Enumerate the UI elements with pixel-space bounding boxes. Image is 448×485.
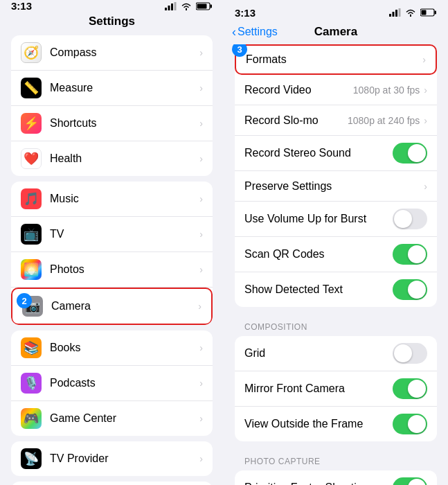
left-item-music[interactable]: 🎵Music› (11, 182, 213, 217)
podcasts-icon: 🎙️ (21, 373, 42, 394)
left-groups: 🧭Compass›📏Measure›⚡Shortcuts›❤️Health›🎵M… (0, 35, 224, 485)
right-label-volume-burst: Use Volume Up for Burst (244, 213, 393, 225)
left-item-photos[interactable]: 🌅Photos› (11, 252, 213, 288)
tv-label: TV (50, 228, 199, 240)
left-item-tv[interactable]: 📺TV› (11, 217, 213, 252)
battery-icon-r (420, 8, 437, 17)
toggle-scan-qr[interactable] (393, 244, 427, 265)
right-time: 3:13 (235, 7, 256, 19)
value-record-video: 1080p at 30 fps (353, 85, 420, 96)
back-chevron-icon: ‹ (232, 25, 236, 39)
left-item-camera[interactable]: 2📷Camera› (11, 288, 213, 325)
shortcuts-chevron-icon: › (199, 118, 203, 129)
right-label-formats: Formats (246, 53, 422, 66)
right-item-grid[interactable]: Grid (235, 336, 437, 371)
right-item-volume-burst[interactable]: Use Volume Up for Burst (235, 202, 437, 237)
right-label-grid: Grid (244, 347, 393, 360)
toggle-show-text[interactable] (393, 279, 427, 300)
tv-chevron-icon: › (199, 229, 203, 240)
left-item-gamecenter[interactable]: 🎮Game Center› (11, 401, 213, 436)
section-header-1: COMPOSITION (235, 312, 437, 336)
left-item-health[interactable]: ❤️Health› (11, 141, 213, 176)
badge-3: 3 (232, 44, 247, 57)
measure-icon: 📏 (21, 78, 42, 98)
right-label-prioritize: Prioritize Faster Shooting (244, 482, 393, 485)
right-label-view-outside: View Outside the Frame (244, 418, 393, 430)
right-item-scan-qr[interactable]: Scan QR Codes (235, 237, 437, 272)
podcasts-label: Podcasts (50, 377, 199, 389)
section-header-2: PHOTO CAPTURE (235, 447, 437, 470)
left-time: 3:13 (11, 0, 32, 12)
svg-rect-7 (389, 14, 391, 17)
toggle-prioritize[interactable] (393, 477, 427, 485)
badge-camera: 2 (17, 293, 32, 308)
compass-label: Compass (50, 46, 199, 59)
toggle-mirror-front[interactable] (393, 378, 427, 399)
right-item-prioritize[interactable]: Prioritize Faster Shooting (235, 470, 437, 485)
left-item-books[interactable]: 📚Books› (11, 330, 213, 366)
right-item-preserve[interactable]: Preserve Settings› (235, 171, 437, 202)
toggle-volume-burst[interactable] (393, 209, 427, 229)
left-item-appstore[interactable]: 🛍️Apple Store› (11, 482, 213, 485)
left-panel: 3:13 Settings 🧭Compass›📏Measure›⚡Shortcu… (0, 0, 224, 485)
gamecenter-label: Game Center (50, 412, 199, 425)
health-icon: ❤️ (21, 148, 42, 169)
left-group-4: 🛍️Apple Store›✝️Bible›🎨Canva›🔵Chrome› (11, 482, 213, 485)
svg-rect-9 (395, 10, 397, 17)
svg-rect-5 (210, 4, 213, 8)
svg-rect-6 (197, 3, 207, 8)
left-item-shortcuts[interactable]: ⚡Shortcuts› (11, 106, 213, 141)
health-label: Health (50, 152, 199, 165)
right-group-0: 3Formats›Record Video1080p at 30 fps›Rec… (235, 44, 437, 307)
right-item-formats[interactable]: 3Formats› (235, 44, 437, 75)
toggle-knob-mirror-front (408, 380, 426, 398)
right-status-icons (389, 8, 437, 17)
camera-label: Camera (51, 300, 198, 312)
right-item-show-text[interactable]: Show Detected Text (235, 272, 437, 307)
right-group-1: GridMirror Front CameraView Outside the … (235, 336, 437, 441)
right-item-record-video[interactable]: Record Video1080p at 30 fps› (235, 75, 437, 105)
toggle-knob-view-outside (408, 415, 426, 433)
left-item-compass[interactable]: 🧭Compass› (11, 35, 213, 71)
measure-label: Measure (50, 82, 199, 94)
value-record-slomo: 1080p at 240 fps (348, 115, 420, 126)
toggle-knob-volume-burst (394, 210, 412, 228)
left-group-1: 🎵Music›📺TV›🌅Photos›2📷Camera› (11, 182, 213, 325)
toggle-knob-prioritize (408, 479, 426, 485)
right-label-record-stereo: Record Stereo Sound (244, 147, 393, 159)
tvprovider-chevron-icon: › (199, 453, 203, 464)
svg-rect-2 (171, 3, 173, 10)
left-group-0: 🧭Compass›📏Measure›⚡Shortcuts›❤️Health› (11, 35, 213, 176)
svg-rect-10 (399, 8, 401, 17)
toggle-record-stereo[interactable] (393, 143, 427, 164)
back-label: Settings (238, 26, 278, 38)
right-item-view-outside[interactable]: View Outside the Frame (235, 407, 437, 441)
health-chevron-icon: › (199, 153, 203, 164)
tvprovider-label: TV Provider (50, 452, 199, 465)
podcasts-chevron-icon: › (199, 378, 203, 389)
right-label-record-video: Record Video (244, 84, 353, 96)
signal-icon (165, 2, 177, 10)
right-item-record-slomo[interactable]: Record Slo-mo1080p at 240 fps› (235, 105, 437, 136)
toggle-knob-record-stereo (408, 144, 426, 162)
back-button[interactable]: ‹ Settings (232, 25, 278, 39)
left-group-2: 📚Books›🎙️Podcasts›🎮Game Center› (11, 330, 213, 436)
right-label-preserve: Preserve Settings (244, 180, 424, 193)
chevron-record-video-icon: › (424, 85, 427, 96)
toggle-view-outside[interactable] (393, 414, 427, 434)
left-title: Settings (0, 12, 224, 35)
tvprovider-icon: 📡 (21, 448, 42, 469)
left-status-bar: 3:13 (0, 0, 224, 12)
left-item-tvprovider[interactable]: 📡TV Provider› (11, 441, 213, 476)
left-item-podcasts[interactable]: 🎙️Podcasts› (11, 366, 213, 401)
right-label-record-slomo: Record Slo-mo (244, 114, 348, 127)
right-panel: 3:13 ‹ Settings Camera (224, 0, 448, 485)
gamecenter-icon: 🎮 (21, 408, 42, 429)
toggle-grid[interactable] (393, 343, 427, 364)
books-label: Books (50, 342, 199, 354)
right-item-mirror-front[interactable]: Mirror Front Camera (235, 371, 437, 407)
right-item-record-stereo[interactable]: Record Stereo Sound (235, 136, 437, 171)
left-item-measure[interactable]: 📏Measure› (11, 71, 213, 106)
toggle-knob-scan-qr (408, 245, 426, 263)
chevron-formats-icon: › (422, 54, 426, 65)
